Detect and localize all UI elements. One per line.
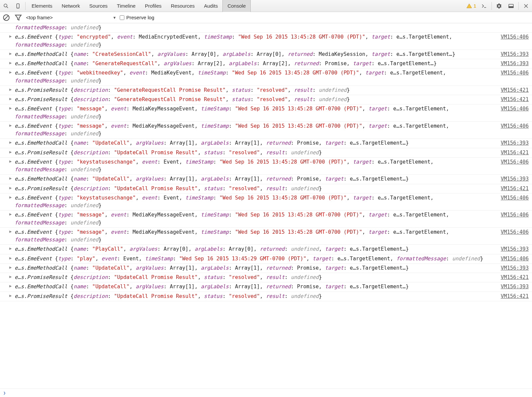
source-link[interactable]: VM156:393 bbox=[501, 264, 529, 272]
filter-icon[interactable] bbox=[14, 13, 23, 22]
settings-gear-icon[interactable] bbox=[493, 0, 505, 12]
console-input-prompt[interactable]: ❯ bbox=[0, 388, 532, 397]
disclosure-triangle-icon[interactable]: ▶ bbox=[9, 255, 12, 261]
clear-console-icon[interactable] bbox=[2, 13, 11, 22]
disclosure-triangle-icon[interactable]: ▶ bbox=[9, 33, 12, 39]
console-entry-content: e…s.EmeEvent type: "encrypted", event: M… bbox=[9, 33, 529, 49]
close-icon[interactable] bbox=[520, 0, 532, 12]
source-link[interactable]: VM156:406 bbox=[501, 69, 529, 77]
disclosure-triangle-icon[interactable]: ▶ bbox=[9, 283, 12, 289]
source-link[interactable]: VM156:406 bbox=[501, 105, 529, 113]
disclosure-triangle-icon[interactable]: ▶ bbox=[9, 211, 12, 217]
svg-point-0 bbox=[4, 4, 7, 7]
tab-elements[interactable]: Elements bbox=[27, 0, 57, 12]
preserve-log-checkbox[interactable]: Preserve log bbox=[120, 15, 154, 20]
source-link[interactable]: VM156:421 bbox=[501, 293, 529, 300]
console-prompt-icon[interactable] bbox=[478, 0, 490, 12]
console-entry[interactable]: VM156:393▶e…s.EmeMethodCall name: "PlayC… bbox=[0, 245, 532, 254]
source-link[interactable]: VM156:406 bbox=[501, 211, 529, 219]
source-link[interactable]: VM156:393 bbox=[501, 139, 529, 147]
source-link[interactable]: VM156:421 bbox=[501, 185, 529, 193]
disclosure-triangle-icon[interactable]: ▶ bbox=[9, 293, 12, 299]
source-link[interactable]: VM156:421 bbox=[501, 274, 529, 281]
console-entry[interactable]: formattedMessage: undefined bbox=[0, 23, 532, 33]
console-entry[interactable]: VM156:406▶e…s.EmeEvent type: "play", eve… bbox=[0, 254, 532, 264]
chevron-down-icon: ▼ bbox=[113, 16, 116, 20]
console-entry[interactable]: VM156:393▶e…s.EmeMethodCall name: "Updat… bbox=[0, 175, 532, 184]
tab-network[interactable]: Network bbox=[57, 0, 85, 12]
disclosure-triangle-icon[interactable]: ▶ bbox=[9, 228, 12, 234]
disclosure-triangle-icon[interactable]: ▶ bbox=[9, 139, 12, 145]
console-log-area: formattedMessage: undefinedVM156:406▶e…s… bbox=[0, 23, 532, 388]
console-entry[interactable]: VM156:406▶e…s.EmeEvent type: "message", … bbox=[0, 228, 532, 245]
disclosure-triangle-icon[interactable]: ▶ bbox=[9, 122, 12, 128]
console-entry-content: e…s.EmeMethodCall name: "UpdateCall", ar… bbox=[9, 139, 529, 147]
console-entry[interactable]: VM156:393▶e…s.EmeMethodCall name: "Gener… bbox=[0, 59, 532, 68]
console-entry-content: e…s.EmeMethodCall name: "UpdateCall", ar… bbox=[9, 175, 529, 183]
disclosure-triangle-icon[interactable]: ▶ bbox=[9, 96, 12, 102]
disclosure-triangle-icon[interactable]: ▶ bbox=[9, 60, 12, 66]
disclosure-triangle-icon[interactable]: ▶ bbox=[9, 69, 12, 75]
source-link[interactable]: VM156:393 bbox=[501, 60, 529, 67]
source-link[interactable]: VM156:421 bbox=[501, 96, 529, 103]
console-entry[interactable]: VM156:406▶e…s.EmeEvent type: "message", … bbox=[0, 122, 532, 139]
console-entry-content: e…s.PromiseResult description: "Generate… bbox=[9, 86, 529, 94]
tab-audits[interactable]: Audits bbox=[199, 0, 222, 12]
warning-count-badge[interactable]: 1 bbox=[464, 3, 478, 9]
source-link[interactable]: VM156:406 bbox=[501, 122, 529, 130]
source-link[interactable]: VM156:406 bbox=[501, 194, 529, 202]
source-link[interactable]: VM156:393 bbox=[501, 283, 529, 291]
console-entry[interactable]: VM156:393▶e…s.EmeMethodCall name: "Updat… bbox=[0, 139, 532, 148]
console-entry[interactable]: VM156:421▶e…s.PromiseResult description:… bbox=[0, 86, 532, 95]
disclosure-triangle-icon[interactable]: ▶ bbox=[9, 264, 12, 270]
console-entry-content: e…s.PromiseResult description: "UpdateCa… bbox=[9, 293, 529, 300]
disclosure-triangle-icon[interactable]: ▶ bbox=[9, 51, 12, 57]
disclosure-triangle-icon[interactable]: ▶ bbox=[9, 105, 12, 111]
console-entry[interactable]: VM156:421▶e…s.PromiseResult description:… bbox=[0, 148, 532, 158]
console-entry[interactable]: VM156:406▶e…s.EmeEvent type: "message", … bbox=[0, 104, 532, 122]
disclosure-triangle-icon[interactable]: ▶ bbox=[9, 274, 12, 280]
preserve-log-input[interactable] bbox=[120, 15, 124, 20]
svg-line-10 bbox=[4, 15, 9, 20]
console-entry-content: e…s.PromiseResult description: "UpdateCa… bbox=[9, 149, 529, 157]
disclosure-triangle-icon[interactable]: ▶ bbox=[9, 194, 12, 200]
dock-side-icon[interactable] bbox=[505, 0, 517, 12]
console-entry[interactable]: VM156:393▶e…s.EmeMethodCall name: "Updat… bbox=[0, 282, 532, 292]
console-entry[interactable]: VM156:406▶e…s.EmeEvent type: "webkitneed… bbox=[0, 68, 532, 86]
disclosure-triangle-icon[interactable]: ▶ bbox=[9, 185, 12, 191]
disclosure-triangle-icon[interactable]: ▶ bbox=[9, 86, 12, 92]
device-mode-icon[interactable] bbox=[12, 0, 24, 12]
disclosure-triangle-icon[interactable]: ▶ bbox=[9, 175, 12, 181]
source-link[interactable]: VM156:393 bbox=[501, 175, 529, 183]
source-link[interactable]: VM156:406 bbox=[501, 255, 529, 263]
tab-console[interactable]: Console bbox=[222, 0, 251, 12]
tab-timeline[interactable]: Timeline bbox=[112, 0, 140, 12]
source-link[interactable]: VM156:406 bbox=[501, 228, 529, 236]
console-entry[interactable]: VM156:421▶e…s.PromiseResult description:… bbox=[0, 273, 532, 282]
search-icon[interactable] bbox=[0, 0, 12, 12]
tab-sources[interactable]: Sources bbox=[85, 0, 112, 12]
console-entry[interactable]: VM156:393▶e…s.EmeMethodCall name: "Updat… bbox=[0, 264, 532, 273]
console-entry-content: e…s.EmeMethodCall name: "UpdateCall", ar… bbox=[9, 283, 529, 291]
source-link[interactable]: VM156:421 bbox=[501, 86, 529, 94]
source-link[interactable]: VM156:406 bbox=[501, 33, 529, 41]
disclosure-triangle-icon[interactable]: ▶ bbox=[9, 149, 12, 155]
tab-resources[interactable]: Resources bbox=[166, 0, 200, 12]
source-link[interactable]: VM156:393 bbox=[501, 51, 529, 58]
console-entry[interactable]: VM156:421▶e…s.PromiseResult description:… bbox=[0, 292, 532, 301]
source-link[interactable]: VM156:421 bbox=[501, 149, 529, 157]
console-entry-content: e…s.PromiseResult description: "Generate… bbox=[9, 96, 529, 103]
disclosure-triangle-icon[interactable]: ▶ bbox=[9, 245, 12, 251]
source-link[interactable]: VM156:393 bbox=[501, 245, 529, 253]
console-entry[interactable]: VM156:421▶e…s.PromiseResult description:… bbox=[0, 184, 532, 194]
console-entry[interactable]: VM156:406▶e…s.EmeEvent type: "keystatuse… bbox=[0, 158, 532, 175]
console-entry[interactable]: VM156:421▶e…s.PromiseResult description:… bbox=[0, 95, 532, 104]
disclosure-triangle-icon[interactable]: ▶ bbox=[9, 158, 12, 164]
console-entry[interactable]: VM156:393▶e…s.EmeMethodCall name: "Creat… bbox=[0, 50, 532, 59]
console-entry[interactable]: VM156:406▶e…s.EmeEvent type: "message", … bbox=[0, 210, 532, 228]
source-link[interactable]: VM156:406 bbox=[501, 158, 529, 166]
frame-selector[interactable]: <top frame> ▼ bbox=[26, 15, 116, 20]
console-entry[interactable]: VM156:406▶e…s.EmeEvent type: "keystatuse… bbox=[0, 194, 532, 211]
tab-profiles[interactable]: Profiles bbox=[140, 0, 166, 12]
console-entry[interactable]: VM156:406▶e…s.EmeEvent type: "encrypted"… bbox=[0, 33, 532, 50]
